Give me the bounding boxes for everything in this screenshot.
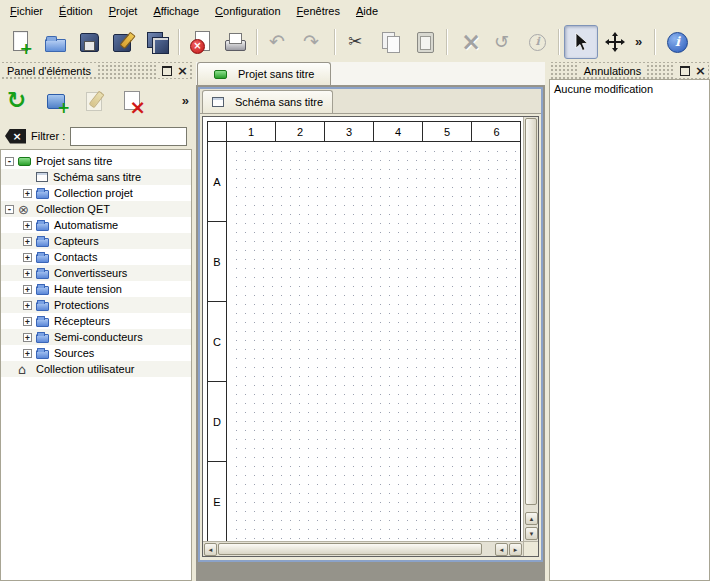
- expander-plus-icon[interactable]: [23, 221, 32, 230]
- float-dock-icon[interactable]: [159, 64, 174, 78]
- tree-item-protections[interactable]: Protections: [1, 297, 191, 313]
- save-all-button[interactable]: [140, 25, 174, 59]
- folder-icon: [36, 286, 49, 295]
- expander-plus-icon[interactable]: [23, 237, 32, 246]
- vertical-scrollbar-thumb[interactable]: [525, 118, 537, 505]
- schema-tab-bar: Schéma sans titre: [200, 89, 541, 114]
- tree-item-collection-utilisateur[interactable]: Collection utilisateur: [1, 361, 191, 377]
- elements-panel-title-bar[interactable]: Panel d'éléments: [0, 62, 192, 79]
- panel-overflow-chevron[interactable]: »: [182, 93, 189, 109]
- expander-plus-icon[interactable]: [23, 253, 32, 262]
- menu-projet[interactable]: Projet: [101, 2, 146, 20]
- tree-item-label: Protections: [54, 299, 109, 311]
- new-document-button[interactable]: [4, 25, 38, 59]
- tree-item-haute-tension[interactable]: Haute tension: [1, 281, 191, 297]
- vertical-scrollbar[interactable]: [523, 117, 538, 541]
- horizontal-scrollbar-thumb[interactable]: [218, 543, 482, 555]
- folder-icon: [36, 334, 49, 343]
- toolbar-separator: [654, 29, 656, 55]
- tree-item-label: Semi-conducteurs: [54, 331, 143, 343]
- open-document-button[interactable]: [38, 25, 72, 59]
- tree-item-collection-projet[interactable]: Collection projet: [1, 185, 191, 201]
- expander-minus-icon[interactable]: [5, 157, 14, 166]
- cut-icon: [345, 30, 369, 54]
- scroll-right-icon[interactable]: [509, 543, 522, 556]
- toolbar-overflow-button[interactable]: [632, 25, 650, 59]
- scroll-left-icon[interactable]: [204, 543, 217, 556]
- qelectrotech-window: Fichier Édition Projet Affichage Configu…: [0, 0, 710, 581]
- float-dock-icon[interactable]: [677, 64, 692, 78]
- tree-item-label: Schéma sans titre: [53, 171, 141, 183]
- expander-minus-icon[interactable]: [5, 205, 14, 214]
- tab-projet-sans-titre[interactable]: Projet sans titre: [197, 62, 331, 85]
- element-info-button: [520, 25, 554, 59]
- folder-icon: [36, 302, 49, 311]
- save-all-icon: [145, 30, 169, 54]
- tree-item-collection-qet[interactable]: Collection QET: [1, 201, 191, 217]
- scroll-left-icon[interactable]: [495, 543, 508, 556]
- tab-schema-sans-titre[interactable]: Schéma sans titre: [202, 90, 333, 113]
- copy-icon: [379, 30, 403, 54]
- schema-tab-label: Schéma sans titre: [235, 96, 323, 108]
- tree-item-semi-conducteurs[interactable]: Semi-conducteurs: [1, 329, 191, 345]
- menu-configuration[interactable]: Configuration: [207, 2, 288, 20]
- tree-item-contacts[interactable]: Contacts: [1, 249, 191, 265]
- expander-plus-icon[interactable]: [23, 269, 32, 278]
- tree-item-capteurs[interactable]: Capteurs: [1, 233, 191, 249]
- mdi-area: Schéma sans titre 1 2 3 4 5 6: [196, 86, 545, 581]
- select-tool-button[interactable]: [564, 25, 598, 59]
- diagram-view[interactable]: 1 2 3 4 5 6 A B C D E: [202, 116, 539, 557]
- tree-item-convertisseurs[interactable]: Convertisseurs: [1, 265, 191, 281]
- filter-input[interactable]: [70, 127, 187, 146]
- close-dock-icon[interactable]: [175, 64, 190, 78]
- filter-label: Filtrer :: [31, 130, 65, 142]
- scrollbar-corner: [523, 541, 538, 556]
- tree-item-recepteurs[interactable]: Récepteurs: [1, 313, 191, 329]
- undo-list-item[interactable]: Aucune modification: [550, 80, 709, 98]
- tree-item-projet-sans-titre[interactable]: Projet sans titre: [1, 153, 191, 169]
- dotted-grid[interactable]: [228, 143, 520, 541]
- save-button[interactable]: [72, 25, 106, 59]
- about-button[interactable]: [660, 25, 694, 59]
- close-document-button[interactable]: [184, 25, 218, 59]
- print-button[interactable]: [218, 25, 252, 59]
- undo-history-list: Aucune modification: [549, 79, 710, 581]
- menu-edition[interactable]: Édition: [51, 2, 101, 20]
- folder-icon: [36, 270, 49, 279]
- horizontal-scrollbar[interactable]: [203, 541, 523, 556]
- menu-fichier[interactable]: Fichier: [2, 2, 51, 20]
- tree-item-label: Collection QET: [36, 203, 110, 215]
- scroll-up-icon[interactable]: [525, 512, 538, 525]
- diagram-corner-cell: [208, 122, 227, 142]
- tree-item-schema-sans-titre[interactable]: Schéma sans titre: [1, 169, 191, 185]
- diagram-canvas[interactable]: 1 2 3 4 5 6 A B C D E: [203, 117, 523, 541]
- row-header: E: [208, 462, 227, 541]
- expander-plus-icon[interactable]: [23, 333, 32, 342]
- rotate-button: [486, 25, 520, 59]
- column-header: 1: [227, 122, 276, 141]
- move-tool-button[interactable]: [598, 25, 632, 59]
- tree-item-automatisme[interactable]: Automatisme: [1, 217, 191, 233]
- menu-affichage[interactable]: Affichage: [145, 2, 207, 20]
- expander-plus-icon[interactable]: [23, 189, 32, 198]
- expander-plus-icon[interactable]: [23, 285, 32, 294]
- folder-icon: [36, 190, 49, 199]
- expander-plus-icon[interactable]: [23, 301, 32, 310]
- menu-fenetres[interactable]: Fenêtres: [289, 2, 348, 20]
- new-element-button[interactable]: [42, 86, 72, 116]
- undo-panel-title-bar[interactable]: Annulations: [549, 62, 710, 79]
- tree-item-sources[interactable]: Sources: [1, 345, 191, 361]
- scroll-down-icon[interactable]: [525, 527, 538, 540]
- cut-button[interactable]: [340, 25, 374, 59]
- reload-collections-button[interactable]: [4, 86, 34, 116]
- expander-plus-icon[interactable]: [23, 317, 32, 326]
- redo-button: [296, 25, 330, 59]
- delete-element-button[interactable]: [118, 86, 148, 116]
- redo-icon: [301, 30, 325, 54]
- close-dock-icon[interactable]: [693, 64, 708, 78]
- save-as-button[interactable]: [106, 25, 140, 59]
- expander-plus-icon[interactable]: [23, 349, 32, 358]
- menu-aide[interactable]: Aide: [348, 2, 386, 20]
- folder-icon: [36, 238, 49, 247]
- clear-filter-icon[interactable]: [5, 129, 26, 144]
